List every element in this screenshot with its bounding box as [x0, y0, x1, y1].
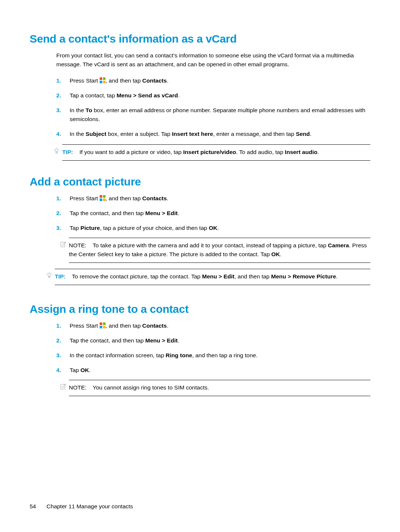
step-text: . — [167, 322, 168, 329]
step-text: . — [310, 131, 311, 137]
intro-paragraph: From your contact list, you can send a c… — [56, 51, 370, 69]
svg-rect-14 — [49, 277, 50, 278]
bold-text: Camera — [328, 242, 349, 248]
step-text: . — [167, 195, 168, 201]
note-label: NOTE: — [69, 242, 86, 248]
step-item: Tap the contact, and then tap Menu > Edi… — [56, 209, 370, 218]
note-text: You cannot assign ring tones to SIM cont… — [93, 384, 209, 391]
step-text: In the — [70, 131, 86, 137]
bold-text: Menu > Edit — [145, 337, 177, 344]
document-page: Send a contact's information as a vCard … — [0, 0, 400, 396]
tip-box: TIP: To remove the contact picture, tap … — [55, 269, 370, 285]
step-text: . — [178, 92, 180, 98]
bold-text: Contacts — [142, 322, 167, 329]
note-pencil-icon — [60, 383, 67, 392]
step-text: Tap — [70, 225, 80, 231]
note-label: NOTE: — [69, 384, 86, 391]
note-box: NOTE: To take a picture with the camera … — [69, 238, 370, 263]
step-text: Press Start — [70, 77, 100, 84]
steps-vcard: Press Start , and then tap Contacts. Tap… — [56, 76, 370, 138]
note-text — [88, 242, 93, 248]
step-item: Press Start , and then tap Contacts. — [56, 76, 370, 85]
heading-vcard: Send a contact's information as a vCard — [30, 33, 370, 45]
svg-line-4 — [54, 148, 55, 149]
step-text: , and then tap — [106, 77, 142, 84]
bold-text: Subject — [86, 131, 106, 137]
tip-box: TIP: If you want to add a picture or vid… — [62, 144, 370, 161]
windows-start-icon — [100, 77, 106, 83]
bold-text: Menu > Edit — [145, 210, 177, 216]
step-item: In the Subject box, enter a subject. Tap… — [56, 130, 370, 138]
bold-text: OK — [271, 251, 280, 257]
bold-text: Menu > Send as vCard — [117, 92, 178, 98]
bold-text: Picture — [80, 225, 100, 231]
step-text: In the contact information screen, tap — [70, 352, 166, 358]
step-text: . — [178, 337, 179, 344]
step-item: In the To box, enter an email address or… — [56, 106, 370, 124]
bold-text: Menu > Remove Picture — [271, 273, 336, 280]
step-text: In the — [70, 107, 86, 113]
note-text: To take a picture with the camera and ad… — [93, 242, 328, 248]
step-text: Tap the contact, and then tap — [70, 210, 145, 216]
bold-text: Insert text here — [172, 131, 213, 137]
steps-ringtone: Press Start , and then tap Contacts. Tap… — [56, 321, 370, 396]
bold-text: To — [86, 107, 92, 113]
bold-text: Ring tone — [166, 352, 192, 358]
step-item: Tap Picture, tap a picture of your choic… — [56, 224, 370, 263]
bold-text: Menu > Edit — [202, 273, 234, 280]
tip-text: . To add audio, tap — [236, 149, 285, 155]
tip-label: TIP: — [55, 273, 66, 280]
bold-text: Contacts — [142, 77, 167, 84]
tip-text: . — [317, 149, 319, 155]
tip-text: , and then tap — [234, 273, 271, 280]
windows-start-icon — [100, 322, 106, 328]
tip-label: TIP: — [62, 149, 73, 155]
step-text: , tap a picture of your choice, and then… — [100, 225, 209, 231]
tip-text: To remove the contact picture, tap the c… — [72, 273, 202, 280]
heading-ringtone: Assign a ring tone to a contact — [30, 303, 370, 315]
bold-text: Insert picture/video — [183, 149, 236, 155]
note-text — [88, 384, 93, 391]
chapter-label: Chapter 11 Manage your contacts — [47, 503, 133, 509]
step-text: . — [178, 210, 179, 216]
step-item: Tap the contact, and then tap Menu > Edi… — [56, 336, 370, 345]
step-text: Tap — [70, 367, 80, 373]
step-text: . — [167, 77, 168, 84]
bold-text: Send — [296, 131, 310, 137]
note-text: . — [280, 251, 281, 257]
tip-bulb-icon — [53, 148, 60, 154]
step-item: Press Start , and then tap Contacts. — [56, 321, 370, 330]
windows-start-icon — [100, 195, 106, 201]
page-footer: 54 Chapter 11 Manage your contacts — [30, 503, 133, 510]
step-text: , and then tap — [106, 322, 142, 329]
svg-line-12 — [47, 273, 48, 274]
bold-text: Contacts — [142, 195, 167, 201]
tip-text: If you want to add a picture or video, t… — [80, 149, 183, 155]
step-text: , and then tap a ring tone. — [192, 352, 258, 358]
tip-text: . — [336, 273, 337, 280]
step-item: Tap a contact, tap Menu > Send as vCard. — [56, 91, 370, 100]
svg-line-5 — [59, 148, 59, 149]
tip-text — [75, 149, 80, 155]
step-text: Press Start — [70, 322, 100, 329]
step-text: , and then tap — [106, 195, 142, 201]
heading-picture: Add a contact picture — [30, 175, 370, 188]
tip-text — [67, 273, 72, 280]
bold-text: OK — [209, 225, 217, 231]
step-text: box, enter a subject. Tap — [106, 131, 172, 137]
step-text: Press Start — [70, 195, 100, 201]
svg-point-8 — [48, 273, 51, 276]
step-text: . — [217, 225, 219, 231]
step-text: , enter a message, and then tap — [213, 131, 296, 137]
svg-rect-6 — [56, 152, 57, 153]
bold-text: Insert audio — [285, 149, 317, 155]
step-text: box, enter an email address or phone num… — [70, 107, 365, 122]
step-item: Press Start , and then tap Contacts. — [56, 194, 370, 203]
step-item: In the contact information screen, tap R… — [56, 351, 370, 360]
steps-picture: Press Start , and then tap Contacts. Tap… — [56, 194, 370, 263]
step-item: Tap OK. NOTE: You cannot assign ring ton… — [56, 366, 370, 396]
bold-text: OK — [80, 367, 89, 373]
note-pencil-icon — [60, 241, 67, 250]
page-number: 54 — [30, 503, 36, 509]
step-text: Tap the contact, and then tap — [70, 337, 145, 344]
